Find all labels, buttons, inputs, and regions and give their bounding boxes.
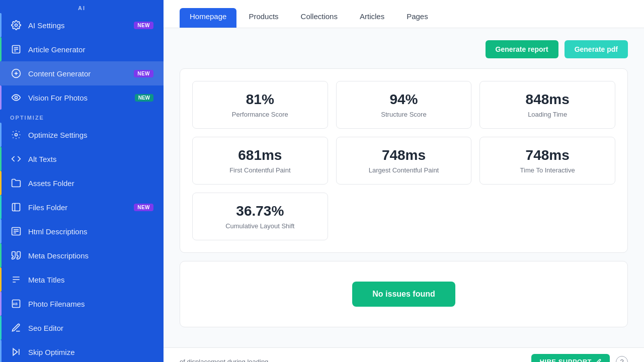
sidebar: AI AI Settings NEW Article Generator Con… (0, 0, 164, 362)
sidebar-item-alt-texts[interactable]: Alt Texts (0, 147, 164, 171)
vision-icon (10, 92, 22, 104)
metric-first-contentful-paint: 681ms First Contentful Paint (192, 137, 328, 185)
sidebar-item-meta-titles[interactable]: Meta Titles (0, 267, 164, 292)
badge-content-generator: NEW (134, 70, 153, 77)
skip-optimize-icon (10, 346, 22, 358)
sidebar-item-meta-descriptions[interactable]: Meta Descriptions (0, 243, 164, 267)
sidebar-item-label-assets-folder: Assets Folder (28, 179, 153, 188)
svg-point-9 (15, 134, 18, 136)
metrics-container: 81% Performance Score 94% Structure Scor… (180, 68, 628, 253)
metric-structure-label: Structure Score (347, 111, 461, 118)
html-descriptions-icon (10, 225, 22, 237)
sidebar-item-label-meta-descriptions: Meta Descriptions (28, 251, 153, 260)
sidebar-item-label-photo-filenames: Photo Filenames (28, 300, 153, 308)
content-area: Generate report Generate pdf 81% Perform… (164, 28, 644, 347)
metric-fcp-label: First Contentful Paint (203, 166, 317, 174)
action-row: Generate report Generate pdf (180, 40, 628, 58)
photo-filenames-icon: AB (10, 298, 22, 310)
metric-performance-value: 81% (203, 92, 317, 108)
metric-largest-contentful-paint: 748ms Largest Contentful Paint (336, 137, 472, 185)
sidebar-item-label-seo-editor: Seo Editor (28, 324, 153, 332)
no-issues-button: No issues found (352, 282, 455, 307)
tab-collections[interactable]: Collections (291, 8, 348, 28)
sidebar-item-html-descriptions[interactable]: Html Descriptions (0, 219, 164, 243)
alt-texts-icon (10, 153, 22, 165)
content-generator-icon (10, 67, 22, 79)
sidebar-item-label-alt-texts: Alt Texts (28, 155, 153, 163)
sidebar-item-photo-filenames[interactable]: AB Photo Filenames (0, 292, 164, 316)
sidebar-item-label-vision: Vision For Photos (28, 94, 135, 102)
generate-report-button[interactable]: Generate report (486, 40, 558, 58)
footer-text: of displacement during loading. (180, 358, 270, 362)
metric-tti-value: 748ms (490, 147, 605, 163)
article-icon (10, 43, 22, 55)
metric-structure-score: 94% Structure Score (336, 81, 472, 129)
metric-cls-value: 36.73% (203, 203, 317, 219)
sidebar-item-content-generator[interactable]: Content Generator NEW (0, 61, 164, 85)
assets-folder-icon (10, 177, 22, 189)
metric-fcp-value: 681ms (203, 147, 317, 163)
sidebar-item-label-article-generator: Article Generator (28, 45, 153, 54)
tab-pages[interactable]: Pages (396, 8, 438, 28)
metric-loading-value: 848ms (490, 92, 605, 108)
svg-point-0 (15, 24, 18, 27)
footer-bar: of displacement during loading. HIRE SUP… (164, 347, 644, 362)
metric-time-to-interactive: 748ms Time To Interactive (479, 137, 615, 185)
tab-homepage[interactable]: Homepage (180, 8, 236, 28)
svg-point-8 (15, 97, 18, 99)
sidebar-item-label-ai-settings: AI Settings (28, 21, 134, 30)
meta-titles-icon (10, 274, 22, 286)
metric-lcp-label: Largest Contentful Paint (347, 166, 461, 174)
svg-marker-18 (13, 348, 17, 355)
sidebar-item-label-meta-titles: Meta Titles (28, 276, 153, 284)
seo-editor-icon (10, 322, 22, 334)
metric-cumulative-layout-shift: 36.73% Cumulative Layout Shift (192, 193, 328, 240)
metrics-row-2: 681ms First Contentful Paint 748ms Large… (192, 137, 615, 185)
no-issues-section: No issues found (180, 261, 628, 327)
metric-lcp-value: 748ms (347, 147, 461, 163)
sidebar-item-ai-settings[interactable]: AI Settings NEW (0, 13, 164, 37)
help-icon[interactable]: ? (616, 356, 628, 363)
metrics-row-3: 36.73% Cumulative Layout Shift (192, 193, 615, 240)
sidebar-item-label-files-folder: Files Folder (28, 203, 134, 212)
meta-descriptions-icon (10, 249, 22, 261)
sidebar-item-label-html-descriptions: Html Descriptions (28, 227, 153, 236)
badge-files-folder: NEW (134, 204, 153, 211)
files-folder-icon (10, 201, 22, 213)
metric-performance-score: 81% Performance Score (192, 81, 328, 129)
badge-ai-settings: NEW (134, 22, 153, 29)
optimize-settings-icon (10, 129, 22, 141)
sidebar-item-seo-editor[interactable]: Seo Editor (0, 316, 164, 340)
sidebar-item-assets-folder[interactable]: Assets Folder (0, 171, 164, 195)
metric-loading-time: 848ms Loading Time (479, 81, 615, 129)
main-content: Homepage Products Collections Articles P… (164, 0, 644, 362)
sidebar-item-article-generator[interactable]: Article Generator (0, 37, 164, 61)
metric-structure-value: 94% (347, 92, 461, 108)
sidebar-item-label-optimize-settings: Optimize Settings (28, 131, 153, 139)
badge-vision: NEW (135, 94, 153, 102)
tab-articles[interactable]: Articles (350, 8, 394, 28)
metric-loading-label: Loading Time (490, 111, 605, 118)
sidebar-item-vision-for-photos[interactable]: Vision For Photos NEW (0, 85, 164, 110)
metric-cls-label: Cumulative Layout Shift (203, 222, 317, 230)
metric-tti-label: Time To Interactive (490, 166, 605, 174)
tabs-bar: Homepage Products Collections Articles P… (164, 0, 644, 28)
svg-rect-10 (13, 204, 20, 211)
sidebar-section-optimize: OPTIMIZE (0, 110, 164, 123)
svg-text:AB: AB (13, 302, 18, 306)
sidebar-item-skip-optimize[interactable]: Skip Optimize (0, 340, 164, 362)
metric-performance-label: Performance Score (203, 111, 317, 118)
sidebar-item-files-folder[interactable]: Files Folder NEW (0, 195, 164, 219)
sidebar-item-label-skip-optimize: Skip Optimize (28, 348, 153, 356)
generate-pdf-button[interactable]: Generate pdf (565, 40, 628, 58)
sidebar-item-label-content-generator: Content Generator (28, 69, 134, 78)
metrics-row-1: 81% Performance Score 94% Structure Scor… (192, 81, 615, 129)
sidebar-item-optimize-settings[interactable]: Optimize Settings (0, 123, 164, 147)
hire-support-button[interactable]: HIRE SUPPORT (531, 354, 610, 362)
sidebar-ai-label: AI (0, 0, 164, 13)
tab-products[interactable]: Products (238, 8, 288, 28)
settings-icon (10, 19, 22, 31)
